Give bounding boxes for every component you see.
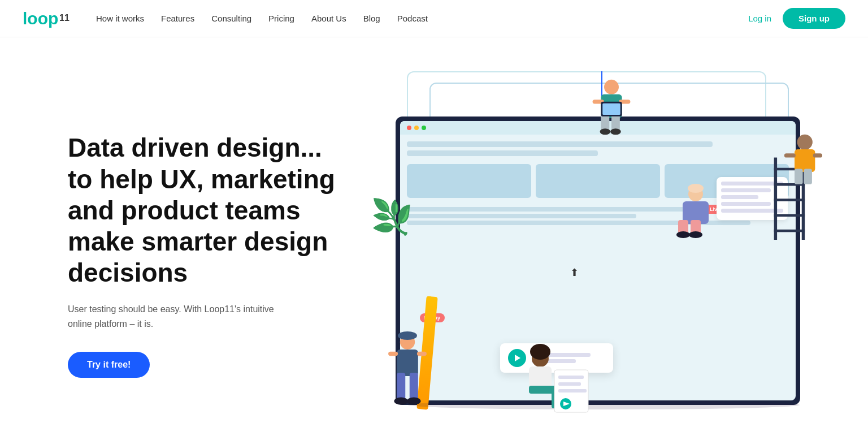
person-sitting-top [583,71,640,145]
hero-title: Data driven design... to help UX, market… [68,132,339,288]
person-ladder-right [766,127,823,240]
nav-consulting[interactable]: Consulting [211,14,251,23]
grid-card-2 [536,164,660,198]
dot-red [407,126,411,130]
svg-rect-39 [795,169,803,184]
rp-l3 [721,195,758,199]
navbar: loop 11 How it works Features Consulting… [0,0,868,37]
content-line-2 [407,150,598,156]
ground-shadow [408,400,800,409]
rp-l4 [721,202,771,206]
svg-rect-6 [611,114,620,130]
person-sitting-right [670,182,721,244]
dot-green [422,126,426,130]
svg-rect-5 [601,114,609,130]
cl-2 [407,214,636,218]
svg-rect-49 [558,376,584,379]
svg-text:loop: loop [23,9,58,28]
hero-section: Data driven design... to help UX, market… [0,37,868,439]
cursor-icon: ⬆ [570,266,579,279]
svg-rect-34 [774,199,805,201]
try-free-button[interactable]: Try it free! [68,352,150,378]
svg-point-3 [604,80,619,94]
nav-right: Log in Sign up [748,8,845,29]
nav-how-it-works[interactable]: How it works [96,14,144,23]
svg-text:11: 11 [59,13,70,23]
grid-card-1 [407,164,531,198]
svg-point-28 [676,231,690,238]
svg-rect-50 [558,382,581,386]
svg-point-24 [688,184,704,193]
svg-point-37 [797,134,813,149]
svg-rect-42 [813,153,822,157]
person-standing-left [385,330,430,421]
nav-links: How it works Features Consulting Pricing… [96,14,748,23]
nav-pricing[interactable]: Pricing [268,14,294,23]
svg-rect-21 [388,351,398,356]
hero-left: Data driven design... to help UX, market… [68,132,339,377]
svg-point-7 [600,128,610,135]
svg-marker-2 [515,355,520,361]
hero-illustration: ⬆ ● Live ▶ Play [362,71,823,439]
svg-rect-41 [784,153,796,157]
hero-subtitle: User testing should be easy. With Loop11… [68,302,283,331]
svg-rect-16 [397,349,418,376]
cl-1 [407,207,713,212]
svg-rect-15 [401,332,414,338]
nav-features[interactable]: Features [161,14,194,23]
svg-rect-17 [397,373,405,399]
svg-rect-22 [417,351,427,356]
nav-podcast[interactable]: Podcast [397,14,428,23]
login-link[interactable]: Log in [748,14,771,23]
svg-rect-38 [795,149,815,172]
svg-rect-40 [804,169,812,184]
svg-rect-36 [774,229,805,232]
plant-decoration: 🌿 [371,197,413,237]
svg-rect-35 [774,214,805,217]
rp-l2 [721,188,771,192]
content-line-1 [407,141,713,147]
svg-point-44 [530,344,550,360]
svg-rect-51 [558,389,587,392]
svg-point-8 [610,128,621,135]
signup-button[interactable]: Sign up [783,8,845,29]
svg-point-29 [689,231,702,238]
dot-yellow [414,126,419,130]
nav-about-us[interactable]: About Us [311,14,346,23]
svg-rect-12 [602,103,620,115]
svg-point-20 [407,397,420,404]
svg-point-19 [394,397,407,404]
nav-blog[interactable]: Blog [363,14,380,23]
svg-rect-18 [410,373,418,399]
logo[interactable]: loop 11 [23,8,73,29]
person-floor [523,342,591,421]
